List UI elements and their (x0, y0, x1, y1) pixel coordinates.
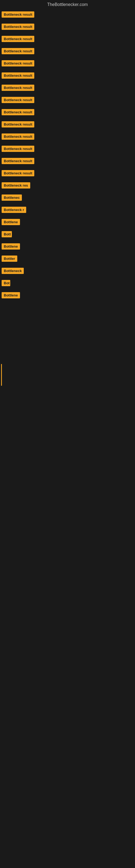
vertical-bar (1, 364, 2, 386)
bottleneck-row: Bottleneck result (1, 120, 134, 130)
bottleneck-badge[interactable]: Bottlene (2, 243, 20, 250)
bottleneck-badge[interactable]: Bottleneck result (2, 24, 34, 30)
bottleneck-badge[interactable]: Bottler (2, 255, 17, 262)
bottleneck-row: Bottleneck result (1, 132, 134, 142)
bottleneck-row: Bottleneck result (1, 47, 134, 56)
bottleneck-badge[interactable]: Bottlene (2, 219, 20, 225)
bottleneck-badge[interactable]: Bottlenec (2, 194, 22, 201)
bottleneck-badge[interactable]: Bottleneck result (2, 109, 34, 115)
bottleneck-row: Bot (1, 279, 134, 288)
bottleneck-row: Bottleneck result (1, 157, 134, 166)
bottleneck-row: Bottleneck result (1, 71, 134, 81)
bottleneck-badge[interactable]: Bottleneck result (2, 170, 34, 176)
bottom-section (0, 310, 135, 635)
bottleneck-row: Bottlene (1, 218, 134, 227)
bottleneck-badge[interactable]: Bottleneck result (2, 72, 34, 79)
bottleneck-badge[interactable]: Bottleneck result (2, 36, 34, 42)
site-title: TheBottlenecker.com (0, 0, 135, 9)
bottleneck-badge[interactable]: Bottleneck r (2, 207, 26, 213)
page-wrapper: TheBottlenecker.com Bottleneck resultBot… (0, 0, 135, 635)
bottleneck-row: Bottler (1, 254, 134, 264)
bottleneck-row: Bott (1, 230, 134, 240)
bottleneck-badge[interactable]: Bottleneck result (2, 48, 34, 54)
bottleneck-row: Bottleneck r (1, 206, 134, 215)
bottleneck-badge[interactable]: Bottlene (2, 292, 20, 299)
bottleneck-row: Bottlenec (1, 193, 134, 203)
bottleneck-badge[interactable]: Bottleneck result (2, 121, 34, 127)
bottleneck-badge[interactable]: Bot (2, 280, 10, 286)
bottleneck-row: Bottleneck result (1, 169, 134, 179)
bottleneck-badge[interactable]: Bottleneck result (2, 158, 34, 164)
bottleneck-row: Bottlene (1, 291, 134, 301)
bottleneck-badge[interactable]: Bottleneck result (2, 60, 34, 66)
bottleneck-badge[interactable]: Bott (2, 231, 12, 237)
bottleneck-row: Bottleneck result (1, 96, 134, 105)
bottleneck-row: Bottleneck result (1, 84, 134, 93)
bottleneck-row: Bottleneck (1, 267, 134, 276)
bottleneck-row: Bottleneck result (1, 59, 134, 69)
bottleneck-badge[interactable]: Bottleneck result (2, 97, 34, 103)
bottleneck-row: Bottleneck result (1, 145, 134, 154)
bottleneck-row: Bottlene (1, 242, 134, 252)
bottleneck-badge[interactable]: Bottleneck result (2, 146, 34, 152)
bottleneck-row: Bottleneck result (1, 35, 134, 44)
bottleneck-row: Bottleneck result (1, 10, 134, 20)
bottleneck-row: Bottleneck result (1, 108, 134, 118)
bottleneck-badge[interactable]: Bottleneck (2, 268, 24, 274)
bottleneck-row: Bottleneck result (1, 23, 134, 32)
bottleneck-badge[interactable]: Bottleneck result (2, 11, 34, 18)
bottleneck-badge[interactable]: Bottleneck res (2, 182, 30, 188)
bottleneck-badge[interactable]: Bottleneck result (2, 133, 34, 140)
bottleneck-row: Bottleneck res (1, 181, 134, 191)
items-container: Bottleneck resultBottleneck resultBottle… (0, 9, 135, 304)
bottleneck-badge[interactable]: Bottleneck result (2, 85, 34, 91)
